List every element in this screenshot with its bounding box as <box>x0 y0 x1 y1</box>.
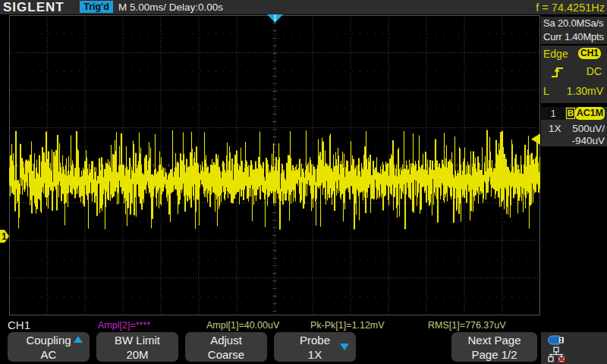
menu-button-adjust[interactable]: Adjust Coarse <box>185 332 267 362</box>
menu-label: Next Page <box>451 333 537 348</box>
channel1-zero-marker[interactable]: 1 <box>0 230 10 243</box>
status-icon-panel <box>541 332 607 364</box>
ch1-trace <box>9 15 540 315</box>
menu-value: AC <box>8 348 90 361</box>
trigger-level-label: L <box>543 85 549 97</box>
top-status-bar: SIGLENT Trig'd M 5.00ms/ Delay:0.00s f =… <box>0 0 607 14</box>
menu-button-bw-limit[interactable]: BW Limit 20M <box>96 332 178 362</box>
measurement-rms1: RMS[1]=776.37uV <box>428 320 506 331</box>
measurement-pkpk1: Pk-Pk[1]=1.12mV <box>310 320 385 331</box>
trigger-coupling: DC <box>587 65 602 77</box>
brand-logo: SIGLENT <box>3 0 64 14</box>
usb-icon <box>548 335 565 345</box>
menu-label: BW Limit <box>96 333 178 348</box>
waveform-display[interactable] <box>9 15 540 315</box>
trigger-level-marker[interactable] <box>531 133 540 145</box>
down-arrow-icon <box>340 344 349 350</box>
measurement-ampl2: Ampl[2]=**** <box>98 320 150 331</box>
measurement-bar: CH1 Ampl[2]=**** Ampl[1]=40.00uV Pk-Pk[1… <box>0 318 607 331</box>
menu-value: Coarse <box>185 348 267 361</box>
menu-button-coupling[interactable]: Coupling AC <box>8 332 90 362</box>
menu-label: Adjust <box>185 333 267 348</box>
bandwidth-limit-badge: B <box>566 108 575 119</box>
trigger-panel[interactable]: Edge CH1 DC L 1.30mV <box>541 46 607 103</box>
lan-network-icon <box>547 347 567 362</box>
rising-edge-icon <box>551 66 565 78</box>
channel-offset: -940uV <box>571 135 605 146</box>
timebase-readout[interactable]: M 5.00ms/ Delay:0.00s <box>118 0 223 14</box>
trigger-type: Edge <box>543 48 568 60</box>
channel1-panel[interactable]: 1 B AC1M 1X 500uV/ -940uV <box>541 107 607 146</box>
measurement-ampl1: Ampl[1]=40.00uV <box>206 320 279 331</box>
trigger-level-value: 1.30mV <box>567 85 603 97</box>
sample-rate: Sa 20.0MSa/s <box>541 17 607 30</box>
memory-depth: Curr 1.40Mpts <box>541 30 607 44</box>
trigger-source-badge: CH1 <box>578 48 601 59</box>
acquisition-panel: Sa 20.0MSa/s Curr 1.40Mpts <box>541 17 607 44</box>
channel-label: CH1 <box>8 318 30 331</box>
volts-per-div: 500uV/ <box>572 123 605 134</box>
trigger-position-marker[interactable] <box>267 14 283 23</box>
frequency-counter: f = 74.4251Hz <box>536 0 605 15</box>
trigger-status-badge: Trig'd <box>80 1 113 13</box>
menu-value: 20M <box>96 348 178 361</box>
probe-attenuation: 1X <box>549 123 561 134</box>
menu-button-probe[interactable]: Probe 1X <box>274 332 356 362</box>
menu-button-next-page[interactable]: Next Page Page 1/2 <box>451 332 537 362</box>
up-arrow-icon <box>74 336 83 343</box>
menu-value: Page 1/2 <box>451 348 537 361</box>
channel-number-box[interactable]: 1 <box>541 107 565 120</box>
svg-text:1: 1 <box>2 231 7 242</box>
channel-coupling-badge: AC1M <box>575 107 605 120</box>
oscilloscope-screen: SIGLENT Trig'd M 5.00ms/ Delay:0.00s f =… <box>0 0 607 364</box>
